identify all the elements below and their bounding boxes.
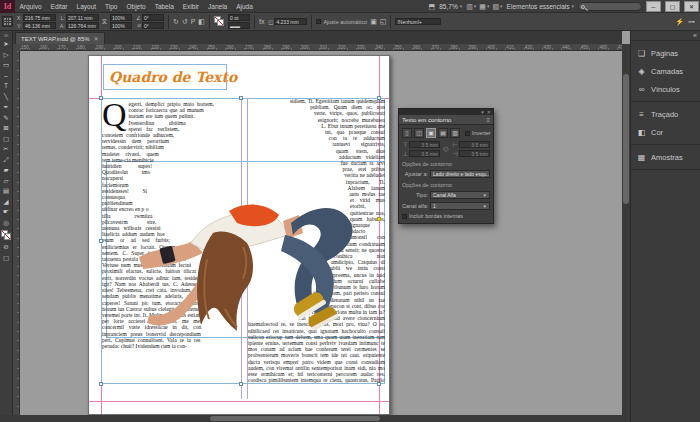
constrain-proportions-icon[interactable]: ⧖ [102,14,107,30]
menu-editar[interactable]: Editar [46,0,72,13]
fx-effects-button[interactable]: fx [259,14,264,30]
x-position-field[interactable]: 216,75 mm [23,14,56,21]
corner-radius-field[interactable]: 4,233 mm [274,18,307,25]
panel-close-icon[interactable]: ✕ [487,109,491,115]
vertical-ruler[interactable] [13,51,20,415]
wrap-object-shape-button[interactable]: ▣ [426,128,436,138]
workspace-switcher[interactable]: Elementos essenciais ▾ [507,3,574,10]
offset-top-field[interactable]: ⊤3,5 mm [402,141,440,148]
menu-arquivo[interactable]: Arquivo [15,0,46,13]
scissors-tool[interactable]: ✂ [0,144,13,155]
expand-panels-icon[interactable]: « [693,31,697,41]
toolbar-grip[interactable]: ≫ [3,31,8,39]
hand-tool[interactable]: ☛ [0,207,13,218]
gradient-feather-tool[interactable]: ▱ [0,176,13,187]
arrange-documents-button[interactable]: ▧▾ [492,0,502,13]
offset-left-field[interactable]: ⊢3,5 mm [452,141,490,148]
pen-tool[interactable]: ✒ [0,102,13,113]
vertical-scrollbar[interactable] [622,44,630,415]
reference-point-proxy[interactable] [2,16,13,27]
dock-header[interactable]: « [631,31,700,41]
frame-handle[interactable] [239,382,243,386]
gap-tool[interactable]: ⇔ [0,71,13,82]
apply-none-button[interactable]: ⊘ [0,242,13,253]
gpu-performance-icon[interactable]: ⚡ [675,14,684,30]
note-tool[interactable]: ▤ [0,186,13,197]
wrap-to-dropdown[interactable]: Lado direito e lado esqu...▼ [430,170,490,178]
search-input[interactable] [578,2,642,11]
document-tab[interactable]: TEXT WRAP.indd @ 85% ✕ [15,32,105,44]
fit-frame-icon[interactable]: ◱ [380,14,387,30]
stroke-type-field[interactable]: ▬▬ [228,22,250,29]
shear-field[interactable]: 0° [142,22,164,29]
menu-exibir[interactable]: Exibir [178,0,203,13]
offset-right-field[interactable]: ⊣3,5 mm [452,150,490,157]
frame-handle[interactable] [377,96,381,100]
fill-stroke-swatches[interactable] [214,16,225,27]
live-corner-handle[interactable] [377,217,381,221]
minimize-button[interactable]: ─ [646,1,661,12]
view-options-button[interactable]: ▦▾ [479,0,489,13]
height-field[interactable]: 126,764 mm [66,22,99,29]
toolbar-fill-swatch[interactable] [4,233,11,240]
jump-next-column-button[interactable]: ▥ [450,128,460,138]
rotate-cw-icon[interactable]: ↻ [173,14,179,30]
rotate-ccw-icon[interactable]: ↺ [182,14,188,30]
jump-object-button[interactable]: ▤ [438,128,448,138]
wrap-bounding-box-button[interactable]: ◫ [414,128,424,138]
toolbar-fill-stroke[interactable] [1,230,12,242]
panel-cor[interactable]: ◧Cor [631,123,700,141]
rotation-field[interactable]: 0° [142,14,164,21]
fill-swatch[interactable] [217,19,224,26]
panel-menu-icon[interactable]: ≡ [486,117,490,123]
frame-handle[interactable] [377,382,381,386]
panel-vinculos[interactable]: ∞Vínculos [631,80,700,98]
panel-camadas[interactable]: ◈Camadas [631,62,700,80]
title-text-frame[interactable]: Quadro de Texto [103,64,227,90]
y-position-field[interactable]: 46,136 mm [23,22,56,29]
width-field[interactable]: 207,11 mm [66,14,99,21]
auto-fit-checkbox[interactable]: Ajuste automático [316,19,367,25]
pencil-tool[interactable]: ✎ [0,113,13,124]
scale-x-field[interactable]: 100% [110,14,132,21]
tab-close-icon[interactable]: ✕ [94,35,99,42]
menu-layout[interactable]: Layout [72,0,101,13]
frame-handle[interactable] [99,239,103,243]
page-tool[interactable]: ▭ [0,60,13,71]
panel-collapse-icon[interactable]: ▾ [481,109,484,115]
menu-janela[interactable]: Janela [204,0,232,13]
offset-bottom-field[interactable]: ⊥3,5 mm [402,150,440,157]
alpha-channel-dropdown[interactable]: 1▼ [430,202,490,210]
link-offsets-icon[interactable]: ◇ [442,145,450,153]
dancer-image[interactable] [133,159,365,345]
scale-y-field[interactable]: 100% [110,22,132,29]
panel-tracado[interactable]: ≡Traçado [631,105,700,123]
free-transform-tool[interactable]: ⤢ [0,155,13,166]
no-wrap-button[interactable]: ▯ [402,128,412,138]
panel-amostras[interactable]: ▦Amostras [631,148,700,166]
document-page[interactable]: Quadro de Texto Qegerti, demplici pripio… [88,55,390,415]
rectangle-tool[interactable]: ▢ [0,134,13,145]
horizontal-scrollbar[interactable] [0,415,630,422]
screen-mode-button[interactable]: ▥▾ [466,0,476,13]
type-tool[interactable]: T [0,81,13,92]
object-style-dropdown[interactable]: [Nenhum]+ [395,18,441,25]
stroke-weight-field[interactable]: 0 pt [228,14,250,21]
horizontal-ruler[interactable]: 1501601701801902002102202302402502602702… [20,44,622,51]
panel-paginas[interactable]: ❏Páginas [631,44,700,62]
flip-vertical-icon[interactable]: ◧ [198,14,205,30]
frame-handle[interactable] [239,96,243,100]
screen-mode-tool[interactable]: ▢ [0,253,13,264]
invert-checkbox[interactable]: Inverter [465,130,491,136]
rectangle-frame-tool[interactable]: ⊠ [0,123,13,134]
panel-options-icon[interactable]: ⊶ [688,14,695,30]
zoom-tool[interactable]: ◎ [0,218,13,229]
vertical-scrollbar-thumb[interactable] [623,74,629,204]
fit-content-icon[interactable]: ▣ [370,14,377,30]
eyedropper-tool[interactable]: ◢ [0,197,13,208]
flip-horizontal-icon[interactable]: P [191,14,196,30]
include-inside-edges-checkbox[interactable]: Incluir bordas internas [402,213,490,219]
menu-tipo[interactable]: Tipo [101,0,122,13]
zoom-level-dropdown[interactable]: 85,7% ▾ [439,3,462,10]
horizontal-scrollbar-thumb[interactable] [210,416,380,421]
